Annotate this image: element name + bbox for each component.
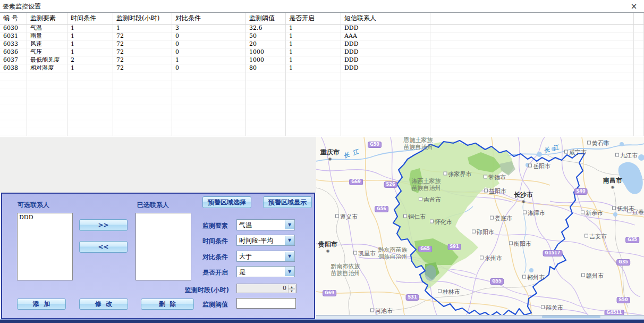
move-right-button[interactable]: >>	[79, 219, 128, 231]
table-cell	[341, 104, 430, 112]
table-cell: 1	[286, 40, 341, 48]
table-row[interactable]	[0, 128, 644, 136]
table-row[interactable]: 6030气温11332.61DDD	[0, 24, 644, 32]
title-bar: 要素监控设置 ×	[0, 0, 644, 12]
table-cell	[0, 104, 27, 112]
table-cell: 气压	[27, 48, 67, 56]
table-cell	[172, 112, 246, 120]
compare-condition-select[interactable]: 大于 ▼	[236, 251, 295, 262]
table-cell	[113, 80, 172, 88]
monitor-table[interactable]: 编 号监测要素时间条件监测时段(小时)对比条件监测阈值是否开启短信联系人6030…	[0, 12, 644, 138]
period-spinner[interactable]: 0 ▲ ▼	[236, 284, 296, 293]
table-cell	[246, 128, 286, 136]
table-cell	[113, 72, 172, 80]
table-cell	[430, 40, 634, 48]
table-cell	[286, 104, 341, 112]
selected-contacts-list[interactable]	[135, 213, 191, 280]
table-cell	[430, 48, 634, 56]
table-cell	[634, 80, 644, 88]
table-cell	[430, 56, 634, 64]
table-row[interactable]: 6038相对湿度1720801DDD	[0, 64, 644, 72]
time-condition-select-value: 时间段-平均	[239, 236, 273, 245]
table-cell: 1	[286, 64, 341, 72]
table-cell: 6030	[0, 24, 27, 32]
table-row[interactable]	[0, 120, 644, 128]
available-contacts-list[interactable]: DDD	[17, 213, 73, 280]
table-cell	[113, 128, 172, 136]
table-row[interactable]	[0, 80, 644, 88]
table-cell: 雨量	[27, 32, 67, 40]
table-cell: 1000	[246, 48, 286, 56]
table-cell	[286, 96, 341, 104]
table-header-cell: 编 号	[0, 13, 27, 24]
table-row[interactable]	[0, 96, 644, 104]
spinner-down-icon[interactable]: ▼	[288, 289, 295, 293]
table-cell	[246, 72, 286, 80]
table-cell: 1	[67, 48, 113, 56]
map-view[interactable]: 重庆市◉贵阳市◉南昌市◉长沙市◉黄石市咸宁市九江市岳阳市张家界市常德市益阳市湘潭…	[316, 137, 644, 319]
spinner-up-icon[interactable]: ▲	[288, 285, 295, 289]
table-cell	[634, 40, 644, 48]
move-left-button[interactable]: <<	[79, 241, 128, 253]
dropdown-arrow-icon[interactable]: ▼	[285, 236, 294, 245]
table-cell	[430, 24, 634, 32]
element-select-value: 气温	[239, 221, 252, 230]
table-cell	[67, 112, 113, 120]
table-cell	[286, 80, 341, 88]
table-cell: 6033	[0, 40, 27, 48]
table-cell	[246, 88, 286, 96]
time-condition-select[interactable]: 时间段-平均 ▼	[236, 235, 295, 246]
table-cell	[341, 88, 430, 96]
table-row[interactable]	[0, 72, 644, 80]
table-cell	[113, 88, 172, 96]
period-field-label: 监测时段(小时)	[185, 286, 229, 295]
period-spinner-value: 0	[283, 285, 286, 292]
element-field-label: 监测要素	[202, 221, 228, 230]
element-monitor-settings-window: 要素监控设置 × 编 号监测要素时间条件监测时段(小时)对比条件监测阈值是否开启…	[0, 0, 644, 323]
table-cell: 气温	[27, 24, 67, 32]
table-cell	[286, 128, 341, 136]
table-cell: DDD	[341, 48, 430, 56]
table-header-cell: 是否开启	[286, 13, 341, 24]
table-row[interactable]: 6036气压172010001DDD	[0, 48, 644, 56]
close-button[interactable]: ×	[628, 1, 640, 12]
table-cell	[341, 112, 430, 120]
table-row[interactable]	[0, 104, 644, 112]
table-row[interactable]	[0, 88, 644, 96]
table-cell	[172, 96, 246, 104]
table-cell: 20	[246, 40, 286, 48]
time-condition-field-label: 时间条件	[202, 237, 228, 246]
table-row[interactable]	[0, 112, 644, 120]
table-cell	[27, 104, 67, 112]
table-cell	[286, 120, 341, 128]
element-select[interactable]: 气温 ▼	[236, 219, 295, 230]
threshold-input[interactable]	[236, 298, 296, 309]
modify-button[interactable]: 修 改	[79, 299, 128, 310]
dropdown-arrow-icon[interactable]: ▼	[285, 267, 294, 276]
table-cell	[634, 88, 644, 96]
table-row[interactable]: 6033风速1720201DDD	[0, 40, 644, 48]
list-item[interactable]: DDD	[18, 213, 72, 221]
warning-area-display-button[interactable]: 预警区域显示	[263, 196, 312, 208]
table-cell	[172, 80, 246, 88]
table-cell: 6031	[0, 32, 27, 40]
warning-area-select-button[interactable]: 预警区域选择	[202, 196, 251, 208]
table-cell	[113, 112, 172, 120]
map-horizontal-scrollbar[interactable]	[316, 315, 644, 319]
table-header-cell: 短信联系人	[341, 13, 430, 24]
delete-button[interactable]: 删 除	[141, 299, 194, 310]
table-cell	[430, 128, 634, 136]
table-cell	[341, 96, 430, 104]
table-row[interactable]: 6031雨量1720501AAA	[0, 32, 644, 40]
table-cell: 相对湿度	[27, 64, 67, 72]
table-row[interactable]: 6037最低能见度272110001DDD	[0, 56, 644, 64]
table-cell: 1	[113, 24, 172, 32]
dropdown-arrow-icon[interactable]: ▼	[285, 220, 294, 229]
scrollbar-thumb[interactable]	[542, 316, 600, 318]
enabled-select[interactable]: 是 ▼	[236, 266, 295, 277]
add-button[interactable]: 添 加	[17, 299, 66, 310]
table-cell: AAA	[341, 32, 430, 40]
table-cell	[634, 24, 644, 32]
table-cell	[430, 32, 634, 40]
dropdown-arrow-icon[interactable]: ▼	[285, 252, 294, 261]
